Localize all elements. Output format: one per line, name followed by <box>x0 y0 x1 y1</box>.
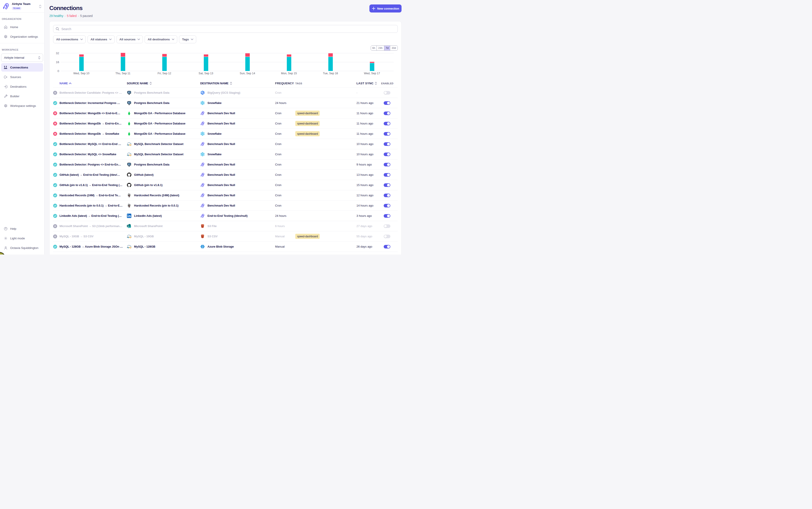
table-row[interactable]: Bottleneck Detector: MySQL <> Snowflake … <box>53 149 398 159</box>
sidebar-item-workspace-settings[interactable]: Workspace settings <box>1 101 43 110</box>
octavia-easter-egg[interactable] <box>0 251 5 254</box>
chart-bar[interactable] <box>287 55 291 71</box>
table-row[interactable]: GitHub (latest) → End-to-End Testing (/d… <box>53 170 398 180</box>
range-option-6h[interactable]: 6h <box>371 46 377 50</box>
chart-bar[interactable] <box>328 53 333 71</box>
sidebar-item-destinations[interactable]: Destinations <box>1 82 43 91</box>
chart-bar[interactable] <box>245 53 250 71</box>
connection-last-sync: 10 hours ago <box>356 142 381 146</box>
chart-xtick-label: Fri, Sep 12 <box>158 72 171 75</box>
sidebar-item-user[interactable]: Octavia Squiddington <box>1 244 43 252</box>
table-row[interactable]: Bottleneck Detector: MongoDb <> End-to-E… <box>53 108 398 118</box>
chart-bar[interactable] <box>162 54 167 71</box>
table-row[interactable]: Bottleneck Detector Candidate: Postgres … <box>53 88 398 98</box>
table-row[interactable]: Bottleneck Detector: MySQL <> End-to-End… <box>53 139 398 149</box>
table-row[interactable]: Bottleneck Detector: Postgres <> End-to-… <box>53 159 398 170</box>
new-connection-button[interactable]: New connection <box>369 4 401 12</box>
enabled-toggle[interactable] <box>384 194 390 197</box>
svg-text:SQL: SQL <box>129 247 131 249</box>
enabled-toggle[interactable] <box>384 214 390 218</box>
column-header-name[interactable]: NAME <box>60 82 127 85</box>
connection-frequency: Cron <box>275 152 295 156</box>
sidebar-item-organization-settings[interactable]: Organization settings <box>1 32 43 41</box>
connection-destination: Benchmark Dev Null <box>200 111 275 115</box>
table-row[interactable]: GitHub (pin to v1.8.1) → End-to-End Test… <box>53 180 398 190</box>
connection-name: Bottleneck Detector: MongoDb → End-to-En… <box>60 122 127 125</box>
column-header-source[interactable]: SOURCE NAME <box>127 82 200 85</box>
sidebar-item-home[interactable]: Home <box>1 23 43 31</box>
chart-bar[interactable] <box>370 62 374 71</box>
sidebar-item-connections[interactable]: Connections <box>1 63 43 72</box>
mysql-icon: MySQL <box>127 142 131 146</box>
filter-tags[interactable]: Tags <box>179 35 196 43</box>
filter-all-sources[interactable]: All sources <box>117 35 143 43</box>
chart-bar[interactable] <box>121 53 125 71</box>
sidebar-item-label: Octavia Squiddington <box>10 246 38 249</box>
connections-icon <box>4 66 8 69</box>
connection-last-sync: 13 hours ago <box>356 173 381 176</box>
workspace-select[interactable]: Airbyte Internal <box>1 54 43 62</box>
connection-source: Hardcoded Records (24M) (latest) <box>127 193 200 198</box>
enabled-toggle[interactable] <box>384 111 390 115</box>
table-row[interactable]: Bottleneck Detector: Incremental Postgre… <box>53 98 398 108</box>
chart-bar[interactable] <box>204 55 208 71</box>
tag-badge: speed-dashboard <box>295 111 320 116</box>
range-option-30d[interactable]: 30d <box>390 46 397 50</box>
connection-name: Bottleneck Detector: MongoDb → Snowflake <box>60 132 127 135</box>
azureblob-icon: 1001 <box>200 244 205 249</box>
connection-destination: Benchmark Dev Null <box>200 142 275 146</box>
column-header-destination[interactable]: DESTINATION NAME <box>200 82 275 85</box>
hardcoded-icon <box>127 203 131 208</box>
section-workspace: WORKSPACE <box>2 48 44 51</box>
connection-frequency: Cron <box>275 132 295 135</box>
enabled-toggle[interactable] <box>384 225 390 228</box>
sidebar-item-label: Builder <box>10 95 20 98</box>
snowflake-icon <box>200 131 205 136</box>
chart-bar[interactable] <box>79 55 84 71</box>
enabled-toggle[interactable] <box>384 245 390 249</box>
search-input[interactable] <box>61 27 395 31</box>
table-row[interactable]: Microsoft SharePoint → S3 (13mb performa… <box>53 221 398 231</box>
filter-all-destinations[interactable]: All destinations <box>144 35 177 43</box>
table-row[interactable]: Hardcoded Records (24M) → End-to-End Te…… <box>53 190 398 200</box>
sidebar-item-builder[interactable]: Builder <box>1 92 43 100</box>
chart-bar-healthy-segment <box>287 57 291 71</box>
table-row[interactable]: MySQL - 128GB → Azure Blob Storage JSOn … <box>53 241 398 251</box>
enabled-toggle[interactable] <box>384 152 390 156</box>
enabled-toggle[interactable] <box>384 101 390 105</box>
table-row[interactable]: Bottleneck Detector: MongoDb → End-to-En… <box>53 118 398 129</box>
airbyte-icon <box>200 111 205 115</box>
enabled-toggle[interactable] <box>384 122 390 126</box>
connection-source: LinkedIn Ads (latest) <box>127 213 200 218</box>
column-header-last-sync[interactable]: LAST SYNC <box>356 82 381 85</box>
table-row[interactable]: MySQL - 10GB → S3 CSV MySQLMySQL - 10GB … <box>53 231 398 241</box>
connection-destination: Snowflake <box>200 131 275 136</box>
range-option-24h[interactable]: 24h <box>377 46 384 50</box>
sidebar-item-light-mode[interactable]: Light mode <box>1 234 43 243</box>
failed-status-icon <box>53 122 60 126</box>
enabled-toggle[interactable] <box>384 204 390 208</box>
filter-all-statuses[interactable]: All statuses <box>88 35 115 43</box>
range-option-7d[interactable]: 7d <box>384 46 390 50</box>
org-switcher[interactable]: Airbyte Team TEAMS <box>0 0 44 12</box>
table-row[interactable]: LinkedIn Ads (latest) → End-to-End Testi… <box>53 210 398 221</box>
enabled-toggle[interactable] <box>384 91 390 95</box>
enabled-toggle[interactable] <box>384 142 390 146</box>
table-row[interactable]: Hardcoded Records (pin to 0.0.1) → End-t… <box>53 200 398 210</box>
airbyte-icon <box>200 172 205 177</box>
enabled-toggle[interactable] <box>384 173 390 177</box>
enabled-toggle[interactable] <box>384 183 390 187</box>
enabled-toggle[interactable] <box>384 163 390 167</box>
table-row[interactable]: Bottleneck Detector: MongoDb → Snowflake… <box>53 129 398 139</box>
connection-source: MySQLMySQL Benchmark Detector Dataset <box>127 142 200 146</box>
sidebar-item-sources[interactable]: Sources <box>1 73 43 81</box>
sort-asc-icon <box>69 82 71 84</box>
connection-last-sync: 26 days ago <box>356 245 381 248</box>
table-body: Bottleneck Detector Candidate: Postgres … <box>53 88 398 251</box>
enabled-toggle[interactable] <box>384 132 390 136</box>
connection-frequency: Manual <box>275 245 295 248</box>
chart-ytick-label: 16 <box>53 60 59 64</box>
filter-all-connections[interactable]: All connections <box>53 35 86 43</box>
sidebar-item-help[interactable]: Help <box>1 225 43 233</box>
enabled-toggle[interactable] <box>384 235 390 238</box>
